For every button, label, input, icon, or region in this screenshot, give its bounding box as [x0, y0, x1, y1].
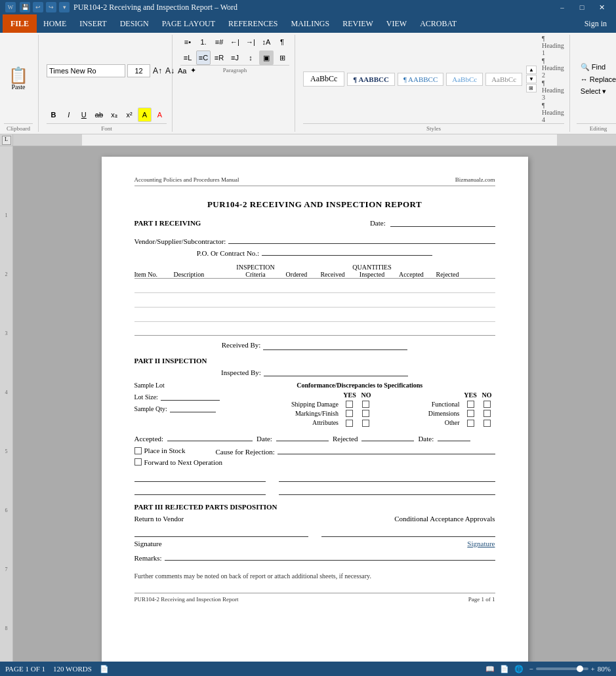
sig-line-left	[134, 528, 308, 537]
home-menu[interactable]: HOME	[37, 14, 73, 33]
dimensions-no-cb[interactable]	[483, 410, 491, 417]
references-menu[interactable]: REFERENCES	[222, 14, 284, 33]
ruler-marker[interactable]: L	[2, 136, 11, 145]
multilevel-btn[interactable]: ≡#	[212, 35, 226, 49]
undo-icon[interactable]: ↩	[33, 2, 43, 12]
other-no-cb[interactable]	[483, 420, 491, 427]
zoom-control[interactable]: − + 80%	[529, 665, 611, 673]
functional-yes-cb[interactable]	[467, 401, 474, 408]
minimize-button[interactable]: –	[553, 0, 571, 14]
place-stock-cb[interactable]	[134, 447, 142, 454]
acrobat-menu[interactable]: ACROBAT	[413, 14, 463, 33]
paste-button[interactable]: 📋 Paste	[4, 65, 33, 93]
select-button[interactable]: Select ▾	[577, 86, 616, 97]
close-button[interactable]: ✕	[592, 0, 611, 14]
app-icon: W	[5, 2, 16, 12]
borders-btn[interactable]: ⊞	[275, 50, 289, 65]
mailings-menu[interactable]: MAILINGS	[284, 14, 336, 33]
maximize-button[interactable]: □	[573, 0, 591, 14]
superscript-btn[interactable]: x²	[123, 108, 136, 122]
bold-button[interactable]: B	[47, 108, 60, 122]
numbering-btn[interactable]: 1.	[196, 35, 211, 49]
review-menu[interactable]: REVIEW	[336, 14, 380, 33]
attributes-yes-cb[interactable]	[346, 420, 353, 427]
decrease-font-btn[interactable]: A↓	[165, 64, 175, 78]
decrease-indent-btn[interactable]: ←|	[228, 35, 242, 49]
find-button[interactable]: 🔍 Find	[577, 62, 616, 73]
forward-op-cb[interactable]	[134, 458, 142, 466]
design-menu[interactable]: DESIGN	[113, 14, 155, 33]
styles-group: AaBbCc ¶ AABBCC ¶ AABBCC AaBbCc AaBbCc ▲…	[298, 35, 570, 132]
style-heading1[interactable]: ¶ AABBCC	[347, 73, 395, 86]
paste-icon: 📋	[9, 68, 28, 83]
shipping-no-cb[interactable]	[362, 401, 369, 408]
sign-in-link[interactable]: Sign in	[578, 16, 613, 31]
sort-btn[interactable]: ↕A	[259, 35, 274, 49]
view-print-btn[interactable]: 📄	[500, 665, 509, 673]
markings-yes-cb[interactable]	[346, 410, 353, 417]
underline-button[interactable]: U	[77, 108, 91, 122]
subscript-btn[interactable]: x₂	[108, 108, 121, 122]
justify-btn[interactable]: ≡J	[228, 50, 242, 65]
font-color-btn[interactable]: A	[153, 108, 167, 122]
conf-header-row: YES NO YES NO	[224, 391, 495, 399]
align-left-btn[interactable]: ≡L	[180, 50, 195, 65]
shading-btn[interactable]: ▣	[259, 50, 274, 65]
horizontal-ruler	[13, 134, 616, 146]
zoom-slider[interactable]	[536, 667, 588, 670]
title-bar-left: W 💾 ↩ ↪ ▾ PUR104-2 Receiving and Inspect…	[5, 2, 237, 12]
bullets-btn[interactable]: ≡•	[180, 35, 195, 49]
page-layout-menu[interactable]: PAGE LAYOUT	[155, 14, 222, 33]
paste-area[interactable]: 📋 Paste	[4, 35, 33, 123]
customize-icon[interactable]: ▾	[59, 2, 70, 12]
shipping-yes-cb[interactable]	[346, 401, 353, 408]
strikethrough-btn[interactable]: ab	[92, 108, 106, 122]
font-name-input[interactable]	[47, 64, 125, 77]
increase-indent-btn[interactable]: →|	[243, 35, 258, 49]
view-menu[interactable]: VIEW	[380, 14, 413, 33]
part1-section: PART I RECEIVING Date: Vendor/Supplier/S…	[134, 219, 495, 350]
editing-label: Editing	[577, 123, 616, 132]
style-heading4[interactable]: AaBbCc	[485, 73, 522, 86]
highlight-btn[interactable]: A	[138, 108, 152, 122]
save-icon[interactable]: 💾	[20, 2, 30, 12]
functional-no-cb[interactable]	[483, 401, 491, 408]
zoom-in-btn[interactable]: +	[591, 665, 595, 673]
align-center-btn[interactable]: ≡C	[196, 50, 211, 65]
insert-menu[interactable]: INSERT	[73, 14, 113, 33]
view-read-btn[interactable]: 📖	[485, 665, 495, 673]
show-hide-btn[interactable]: ¶	[275, 35, 289, 49]
align-right-btn[interactable]: ≡R	[212, 50, 226, 65]
description-col: Description	[174, 271, 233, 278]
doc-check-icon[interactable]: 📄	[100, 665, 109, 673]
view-web-btn[interactable]: 🌐	[514, 665, 524, 673]
increase-font-btn[interactable]: A↑	[152, 64, 163, 78]
styles-scroll[interactable]: ▲ ▼ ⊞	[526, 66, 537, 92]
ruler-num-7: 7	[5, 540, 8, 599]
line-spacing-btn[interactable]: ↕	[243, 50, 258, 65]
dimensions-yes-cb[interactable]	[467, 410, 474, 417]
paste-label: Paste	[11, 83, 25, 90]
file-menu[interactable]: FILE	[3, 14, 37, 33]
blank-line-1	[134, 473, 266, 482]
style-heading3[interactable]: AaBbCc	[446, 73, 483, 86]
style-heading2[interactable]: ¶ AABBCC	[398, 73, 443, 86]
other-yes-cb[interactable]	[467, 420, 474, 427]
inspected-by-line	[264, 368, 408, 376]
italic-button[interactable]: I	[62, 108, 75, 122]
ordered-col: Ordered	[279, 271, 315, 278]
ribbon: 📋 Paste Clipboard A↑ A↓ Aa ✦ B I U ab x₂…	[0, 33, 616, 134]
signature-right-link[interactable]: Signature	[467, 540, 495, 547]
markings-no-cb[interactable]	[362, 410, 369, 417]
font-size-input[interactable]	[127, 64, 150, 77]
zoom-out-btn[interactable]: −	[529, 665, 533, 673]
functional-label: Functional	[374, 401, 462, 408]
blank-line-2	[279, 473, 495, 482]
replace-button[interactable]: ↔ Replace	[577, 74, 616, 85]
left-margin-indicator	[13, 134, 82, 146]
style-normal[interactable]: AaBbCc	[303, 71, 344, 87]
ruler: L	[0, 134, 616, 146]
attributes-no-cb[interactable]	[362, 420, 369, 427]
rejected-line	[361, 433, 414, 441]
redo-icon[interactable]: ↪	[46, 2, 56, 12]
